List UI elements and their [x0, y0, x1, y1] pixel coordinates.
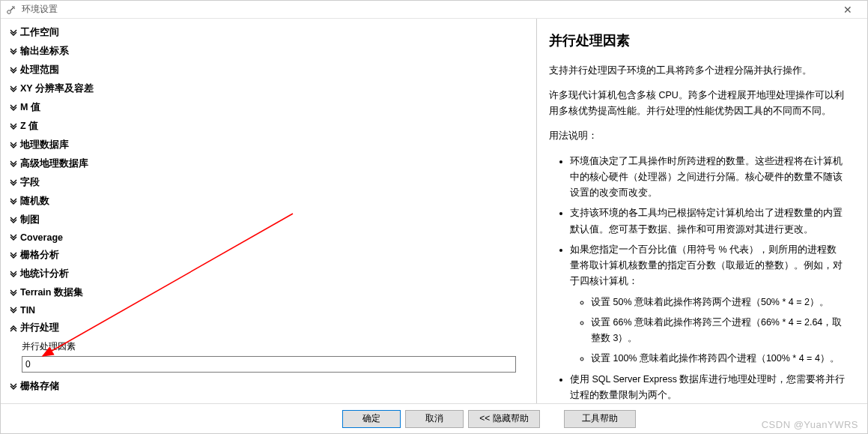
section-label: 高级地理数据库 — [20, 157, 88, 170]
section-label: 地统计分析 — [20, 268, 69, 280]
section-header[interactable]: 随机数 — [8, 192, 529, 211]
dialog-footer: 确定 取消 << 隐藏帮助 工具帮助 — [1, 403, 867, 433]
chevron-down-icon — [8, 217, 19, 224]
section-label: TIN — [20, 305, 35, 316]
chevron-down-icon — [8, 271, 19, 278]
section-label: 字段 — [20, 176, 40, 189]
section-header[interactable]: 处理范围 — [8, 61, 529, 79]
section-label: Z 值 — [20, 120, 38, 133]
chevron-down-icon — [8, 234, 19, 241]
settings-scroll[interactable]: 工作空间输出坐标系处理范围XY 分辨率及容差M 值Z 值地理数据库高级地理数据库… — [1, 19, 536, 403]
help-bullet: 环境值决定了工具操作时所跨进程的数量。这些进程将在计算机中的核心硬件（处理器）之… — [570, 154, 846, 202]
help-paragraph: 许多现代计算机包含多核 CPU。跨多个进程展开地理处理操作可以利用多核优势提高性… — [549, 88, 846, 120]
titlebar: 环境设置 ✕ — [1, 1, 867, 19]
section-header[interactable]: M 值 — [8, 98, 529, 117]
chevron-down-icon — [8, 179, 19, 187]
help-bullet-text: 如果您指定一个百分比值（用符号 % 代表），则所用的进程数量将取计算机核数量的指… — [570, 244, 843, 287]
section-header[interactable]: 工作空间 — [8, 23, 529, 42]
section-header[interactable]: 输出坐标系 — [8, 42, 529, 61]
chevron-down-icon — [8, 123, 19, 130]
section-header[interactable]: TIN — [8, 302, 529, 319]
help-bullet: 支持该环境的各工具均已根据特定计算机给出了进程数量的内置默认值。您可基于数据、操… — [570, 205, 846, 238]
section-header[interactable]: 栅格存储 — [8, 377, 529, 396]
chevron-down-icon — [8, 29, 19, 37]
section-label: 地理数据库 — [20, 139, 69, 151]
chevron-up-icon — [8, 325, 19, 332]
section-label: 并行处理 — [20, 322, 59, 334]
section-label: M 值 — [20, 101, 40, 114]
section-header[interactable]: 地理数据库 — [8, 136, 529, 154]
section-label: Coverage — [20, 232, 63, 243]
section-label: 栅格存储 — [20, 380, 59, 393]
help-pane[interactable]: 并行处理因素 支持并行处理因子环境的工具将跨多个进程分隔并执行操作。 许多现代计… — [537, 19, 867, 403]
hide-help-button[interactable]: << 隐藏帮助 — [468, 410, 540, 428]
chevron-down-icon — [8, 383, 19, 391]
section-header[interactable]: 高级地理数据库 — [8, 154, 529, 173]
env-settings-dialog: 环境设置 ✕ 工作空间输出坐标系处理范围XY 分辨率及容差M 值Z 值地理数据库… — [0, 0, 868, 434]
section-label: 工作空间 — [20, 26, 59, 39]
help-sub-bullet: 设置 66% 意味着此操作将跨三个进程（66% * 4 = 2.64，取整数 3… — [591, 315, 846, 347]
settings-tree-pane: 工作空间输出坐标系处理范围XY 分辨率及容差M 值Z 值地理数据库高级地理数据库… — [1, 19, 537, 403]
chevron-down-icon — [8, 289, 19, 297]
section-header[interactable]: Coverage — [8, 229, 529, 246]
close-button[interactable]: ✕ — [833, 1, 863, 19]
svg-point-0 — [7, 10, 11, 13]
section-header[interactable]: 地统计分析 — [8, 265, 529, 283]
chevron-down-icon — [8, 252, 19, 259]
section-label: 制图 — [20, 214, 40, 226]
help-bullet-list: 环境值决定了工具操作时所跨进程的数量。这些进程将在计算机中的核心硬件（处理器）之… — [549, 154, 846, 403]
help-sub-bullet-list: 设置 50% 意味着此操作将跨两个进程（50% * 4 = 2）。 设置 66%… — [570, 295, 846, 367]
help-bullet: 如果您指定一个百分比值（用符号 % 代表），则所用的进程数量将取计算机核数量的指… — [570, 242, 846, 367]
help-paragraph: 支持并行处理因子环境的工具将跨多个进程分隔并执行操作。 — [549, 63, 846, 79]
section-header[interactable]: 并行处理 — [8, 319, 529, 337]
chevron-down-icon — [8, 307, 19, 314]
help-usage-label: 用法说明： — [549, 128, 846, 144]
section-header[interactable]: 制图 — [8, 211, 529, 229]
section-header[interactable]: Terrain 数据集 — [8, 283, 529, 302]
chevron-down-icon — [8, 142, 19, 149]
close-icon: ✕ — [843, 4, 852, 16]
dialog-body: 工作空间输出坐标系处理范围XY 分辨率及容差M 值Z 值地理数据库高级地理数据库… — [1, 19, 867, 403]
field-label: 并行处理因素 — [22, 339, 529, 356]
chevron-down-icon — [8, 85, 19, 93]
chevron-down-icon — [8, 104, 19, 112]
help-title: 并行处理因素 — [549, 29, 846, 52]
section-label: 栅格分析 — [20, 249, 59, 262]
chevron-down-icon — [8, 160, 19, 168]
section-header[interactable]: XY 分辨率及容差 — [8, 79, 529, 98]
cancel-button[interactable]: 取消 — [405, 410, 464, 428]
section-label: XY 分辨率及容差 — [20, 82, 94, 95]
section-label: 处理范围 — [20, 64, 59, 76]
window-title: 环境设置 — [22, 3, 58, 16]
section-header[interactable]: 字段 — [8, 173, 529, 192]
section-body: 并行处理因素 — [8, 337, 529, 377]
app-icon — [5, 4, 17, 16]
svg-line-1 — [10, 7, 13, 10]
chevron-down-icon — [8, 67, 19, 74]
section-label: 随机数 — [20, 195, 49, 208]
section-header[interactable]: 栅格分析 — [8, 246, 529, 265]
help-bullet: 使用 SQL Server Express 数据库进行地理处理时，您需要将并行过… — [570, 372, 846, 403]
section-header[interactable]: Z 值 — [8, 117, 529, 136]
chevron-down-icon — [8, 48, 19, 55]
chevron-down-icon — [8, 198, 19, 205]
help-sub-bullet: 设置 100% 意味着此操作将跨四个进程（100% * 4 = 4）。 — [591, 351, 846, 367]
section-label: 输出坐标系 — [20, 45, 69, 58]
tool-help-button[interactable]: 工具帮助 — [564, 410, 636, 428]
parallel-factor-input[interactable] — [22, 356, 516, 373]
section-label: Terrain 数据集 — [20, 286, 83, 299]
help-sub-bullet: 设置 50% 意味着此操作将跨两个进程（50% * 4 = 2）。 — [591, 295, 846, 310]
ok-button[interactable]: 确定 — [342, 410, 401, 428]
